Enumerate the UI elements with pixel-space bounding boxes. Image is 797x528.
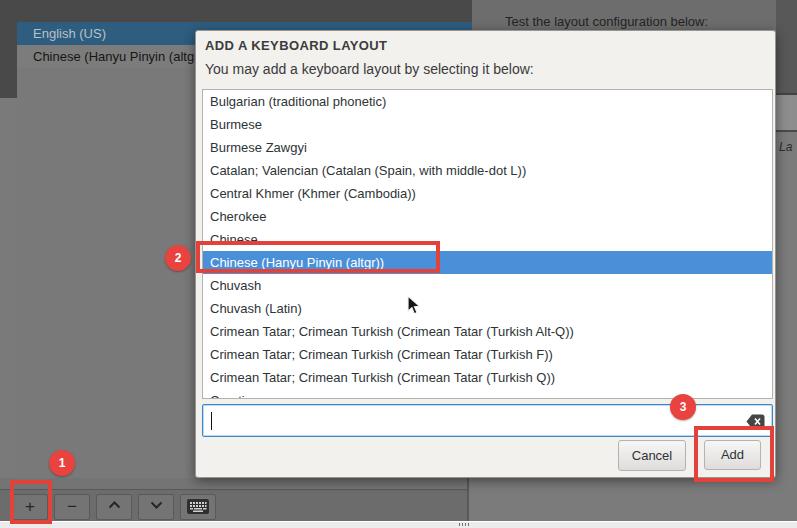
background-right-edge-top bbox=[776, 0, 797, 93]
search-input[interactable] bbox=[211, 407, 741, 434]
layout-option[interactable]: Burmese bbox=[203, 113, 772, 136]
layout-list-toolbar: + − bbox=[0, 489, 467, 521]
keyboard-icon bbox=[181, 499, 215, 515]
annotation-step1-box bbox=[10, 480, 52, 524]
chevron-down-icon bbox=[139, 501, 173, 509]
text-caret bbox=[211, 412, 212, 430]
move-up-button[interactable] bbox=[96, 494, 132, 520]
annotation-step2-box bbox=[196, 241, 440, 273]
truncated-layout-label: La bbox=[779, 140, 792, 154]
dialog-title: ADD A KEYBOARD LAYOUT bbox=[205, 38, 387, 53]
layout-option[interactable]: Cherokee bbox=[203, 205, 772, 228]
layout-option[interactable]: Bulgarian (traditional phonetic) bbox=[203, 90, 772, 113]
test-area-label: Test the layout configuration below: bbox=[505, 14, 708, 29]
background-panel-bottom bbox=[0, 478, 467, 489]
resize-grip[interactable] bbox=[459, 523, 471, 526]
layout-option[interactable]: Crimean Tatar; Crimean Turkish (Crimean … bbox=[203, 366, 772, 389]
layout-option[interactable]: Chuvash bbox=[203, 274, 772, 297]
annotation-step3-badge: 3 bbox=[670, 394, 696, 420]
background-left-edge bbox=[0, 22, 17, 98]
screen: Test the layout configuration below: Eng… bbox=[0, 0, 797, 528]
background-right-edge-bottom bbox=[776, 132, 797, 521]
layout-option[interactable]: Chuvash (Latin) bbox=[203, 297, 772, 320]
layout-option[interactable]: Crimean Tatar; Crimean Turkish (Crimean … bbox=[203, 343, 772, 366]
dialog-subtitle: You may add a keyboard layout by selecti… bbox=[205, 61, 534, 77]
layout-option[interactable]: Burmese Zawgyi bbox=[203, 136, 772, 159]
annotation-step1-badge: 1 bbox=[49, 450, 75, 476]
layout-option[interactable]: Central Khmer (Khmer (Cambodia)) bbox=[203, 182, 772, 205]
background-right-edge-mid bbox=[776, 95, 797, 130]
mouse-cursor bbox=[407, 295, 422, 320]
layout-option[interactable]: Catalan; Valencian (Catalan (Spain, with… bbox=[203, 159, 772, 182]
annotation-step2-badge: 2 bbox=[165, 245, 191, 271]
window-bottom-strip bbox=[0, 521, 797, 528]
cancel-button[interactable]: Cancel bbox=[618, 440, 686, 471]
remove-layout-button[interactable]: − bbox=[54, 494, 90, 520]
background-lower-right bbox=[469, 478, 797, 521]
chevron-up-icon bbox=[97, 501, 131, 509]
move-down-button[interactable] bbox=[138, 494, 174, 520]
annotation-step3-box bbox=[694, 426, 774, 482]
background-header bbox=[0, 0, 472, 22]
preview-layout-button[interactable] bbox=[180, 494, 216, 520]
layout-option[interactable]: Crimean Tatar; Crimean Turkish (Crimean … bbox=[203, 320, 772, 343]
